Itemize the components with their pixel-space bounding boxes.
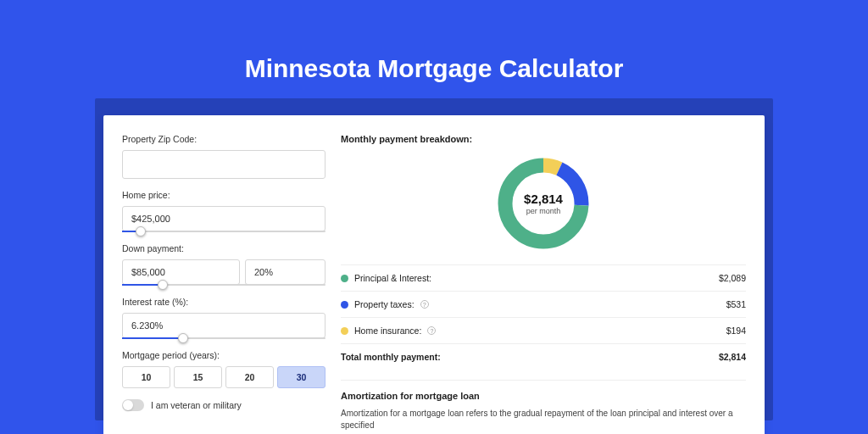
legend-label: Home insurance: (354, 326, 421, 336)
legend-label: Property taxes: (354, 299, 415, 309)
legend-dot-icon (341, 301, 348, 309)
amortization-title: Amortization for mortgage loan (341, 391, 746, 401)
legend-value: $194 (726, 326, 746, 336)
legend: Principal & Interest:$2,089Property taxe… (341, 264, 746, 370)
hero-band: Property Zip Code: Home price: Down paym… (95, 98, 773, 420)
legend-value: $2,089 (719, 273, 746, 283)
rate-slider[interactable] (122, 337, 326, 339)
period-option-20[interactable]: 20 (225, 366, 274, 388)
legend-dot-icon (341, 327, 348, 335)
donut-sub: per month (526, 207, 561, 215)
down-amount-input[interactable] (122, 259, 240, 285)
donut-center: $2,814 per month (492, 153, 594, 254)
inputs-column: Property Zip Code: Home price: Down paym… (122, 134, 326, 434)
amortization-text: Amortization for a mortgage loan refers … (341, 408, 746, 431)
breakdown-title: Monthly payment breakdown: (341, 134, 746, 144)
down-slider[interactable] (122, 284, 326, 286)
price-input[interactable] (122, 206, 326, 231)
down-group: Down payment: (122, 243, 326, 286)
period-option-10[interactable]: 10 (122, 366, 170, 388)
veteran-row: I am veteran or military (122, 399, 326, 411)
rate-group: Interest rate (%): (122, 297, 326, 339)
price-slider[interactable] (122, 231, 326, 232)
legend-row: Principal & Interest:$2,089 (341, 265, 746, 292)
period-label: Mortgage period (years): (122, 350, 326, 360)
legend-total-label: Total monthly payment: (341, 352, 441, 362)
help-icon[interactable]: ? (427, 326, 436, 335)
legend-total-row: Total monthly payment:$2,814 (341, 344, 746, 370)
donut-wrap: $2,814 per month (341, 147, 746, 264)
payment-donut-chart: $2,814 per month (492, 153, 594, 254)
zip-label: Property Zip Code: (122, 134, 326, 144)
calculator-panel: Property Zip Code: Home price: Down paym… (103, 115, 765, 434)
down-label: Down payment: (122, 243, 326, 253)
help-icon[interactable]: ? (420, 300, 429, 309)
price-group: Home price: (122, 190, 326, 232)
period-option-15[interactable]: 15 (174, 366, 222, 388)
rate-label: Interest rate (%): (122, 297, 326, 307)
down-percent-input[interactable] (245, 259, 326, 285)
veteran-toggle[interactable] (122, 399, 144, 411)
slider-thumb[interactable] (136, 226, 146, 236)
rate-input[interactable] (122, 313, 326, 338)
page-title: Minnesota Mortgage Calculator (0, 0, 868, 98)
legend-value: $531 (726, 299, 746, 309)
veteran-label: I am veteran or military (151, 400, 242, 410)
breakdown-column: Monthly payment breakdown: $2,814 per mo… (341, 134, 746, 434)
zip-input[interactable] (122, 150, 326, 179)
legend-label: Principal & Interest: (354, 273, 431, 283)
slider-thumb[interactable] (178, 333, 188, 343)
legend-dot-icon (341, 275, 348, 282)
legend-row: Property taxes:?$531 (341, 292, 746, 318)
slider-thumb[interactable] (158, 280, 168, 290)
price-label: Home price: (122, 190, 326, 200)
period-buttons: 10152030 (122, 366, 326, 388)
donut-total: $2,814 (524, 192, 563, 206)
legend-total-value: $2,814 (719, 352, 746, 362)
period-option-30[interactable]: 30 (277, 366, 326, 388)
zip-group: Property Zip Code: (122, 134, 326, 179)
legend-row: Home insurance:?$194 (341, 318, 746, 344)
amortization-section: Amortization for mortgage loan Amortizat… (341, 380, 746, 431)
period-group: Mortgage period (years): 10152030 (122, 350, 326, 388)
